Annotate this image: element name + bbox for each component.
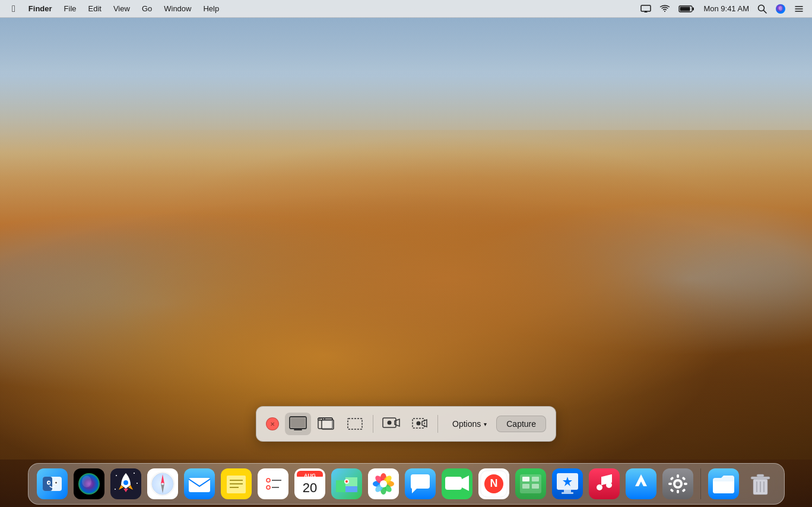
dock-trash[interactable] [744, 467, 777, 500]
menubar-time[interactable]: Mon 9:41 AM [701, 4, 751, 13]
svg-rect-101 [562, 492, 573, 494]
svg-rect-124 [757, 474, 764, 477]
dock-numbers[interactable] [514, 467, 547, 500]
menu-edit[interactable]: Edit [84, 0, 106, 18]
dock-mail[interactable] [183, 467, 216, 500]
dock-inner: AUG 20 [28, 463, 785, 505]
dock-siri[interactable] [72, 467, 106, 500]
svg-rect-86 [445, 477, 462, 490]
svg-point-33 [48, 482, 50, 484]
dock-photos[interactable] [367, 467, 400, 500]
dock-files[interactable] [707, 467, 740, 500]
capture-selection-button[interactable] [342, 413, 368, 435]
svg-point-103 [597, 484, 602, 490]
svg-rect-12 [291, 418, 305, 427]
toolbar-close-button[interactable] [266, 417, 279, 430]
dock-safari[interactable] [146, 467, 179, 500]
menu-view[interactable]: View [109, 0, 135, 18]
svg-text:20: 20 [302, 480, 316, 495]
svg-line-5 [764, 10, 767, 13]
svg-rect-96 [522, 484, 529, 489]
options-label: Options [452, 419, 481, 429]
record-selection-button[interactable] [407, 413, 433, 435]
svg-point-83 [380, 480, 387, 487]
options-button[interactable]: Options ▾ [445, 416, 494, 432]
dock-music[interactable] [588, 467, 621, 500]
svg-rect-0 [641, 5, 651, 11]
svg-point-39 [116, 475, 117, 476]
dock-messages[interactable] [404, 467, 437, 500]
dock-system-preferences[interactable] [661, 467, 694, 500]
svg-point-26 [416, 422, 420, 426]
menu-window[interactable]: Window [159, 0, 196, 18]
svg-point-104 [606, 482, 612, 488]
wifi-icon[interactable] [657, 5, 673, 13]
notification-center-icon[interactable] [792, 5, 806, 13]
dock-appstore[interactable] [624, 467, 658, 500]
svg-point-40 [134, 473, 135, 474]
siri-icon[interactable] [773, 4, 788, 14]
svg-point-7 [779, 6, 782, 11]
capture-screen-button[interactable] [285, 413, 311, 435]
screenshot-toolbar: Options ▾ Capture [256, 406, 556, 442]
menu-file[interactable]: File [59, 0, 81, 18]
svg-rect-94 [522, 477, 529, 481]
battery-icon[interactable] [676, 5, 697, 13]
svg-rect-112 [677, 474, 679, 478]
svg-point-34 [55, 482, 57, 484]
capture-window-button[interactable] [313, 413, 340, 435]
svg-rect-123 [751, 477, 770, 479]
capture-button[interactable]: Capture [496, 416, 546, 432]
menu-go[interactable]: Go [137, 0, 157, 18]
menubar-left:  Finder File Edit View Go Window Help [6, 0, 638, 18]
svg-point-73 [345, 480, 348, 483]
menu-help[interactable]: Help [198, 0, 224, 18]
apple-menu[interactable]:  [6, 0, 21, 18]
svg-point-37 [82, 476, 91, 487]
svg-rect-95 [532, 477, 539, 481]
dock-reminders[interactable] [256, 467, 290, 500]
svg-point-41 [137, 483, 138, 484]
svg-rect-115 [684, 483, 687, 485]
app-name[interactable]: Finder [24, 0, 57, 18]
search-icon[interactable] [755, 4, 769, 14]
dock-calendar[interactable]: AUG 20 [293, 467, 326, 500]
svg-point-17 [319, 419, 321, 420]
menubar-right: Mon 9:41 AM [638, 4, 806, 14]
toolbar-divider-1 [373, 415, 373, 433]
menubar:  Finder File Edit View Go Window Help [0, 0, 812, 18]
airplay-icon[interactable] [638, 5, 654, 13]
svg-point-42 [115, 489, 116, 490]
svg-point-111 [675, 481, 680, 486]
svg-point-43 [123, 480, 128, 485]
dock-notes[interactable] [220, 467, 253, 500]
svg-rect-113 [677, 490, 679, 493]
svg-rect-53 [227, 476, 246, 493]
dock-separator [700, 468, 701, 499]
dock: AUG 20 [0, 460, 812, 507]
svg-rect-2 [693, 7, 694, 10]
dock-maps[interactable] [330, 467, 363, 500]
svg-rect-3 [680, 7, 690, 11]
toolbar-divider-2 [437, 415, 438, 433]
dock-news[interactable]: N [477, 467, 510, 500]
svg-point-23 [387, 421, 391, 425]
svg-rect-114 [668, 483, 672, 485]
svg-rect-97 [532, 484, 539, 489]
svg-rect-69 [336, 480, 345, 492]
dock-finder[interactable] [36, 467, 69, 500]
svg-rect-71 [345, 486, 357, 492]
dock-launchpad[interactable] [109, 467, 142, 500]
record-screen-button[interactable] [378, 413, 404, 435]
svg-text:N: N [490, 477, 497, 489]
svg-rect-51 [189, 478, 210, 492]
dock-keynote[interactable] [551, 467, 584, 500]
dock-facetime[interactable] [440, 467, 474, 500]
options-chevron: ▾ [484, 421, 487, 427]
svg-rect-21 [348, 419, 362, 429]
svg-rect-100 [564, 490, 571, 492]
svg-marker-24 [395, 419, 399, 426]
svg-rect-20 [322, 420, 334, 429]
svg-rect-57 [258, 468, 288, 499]
